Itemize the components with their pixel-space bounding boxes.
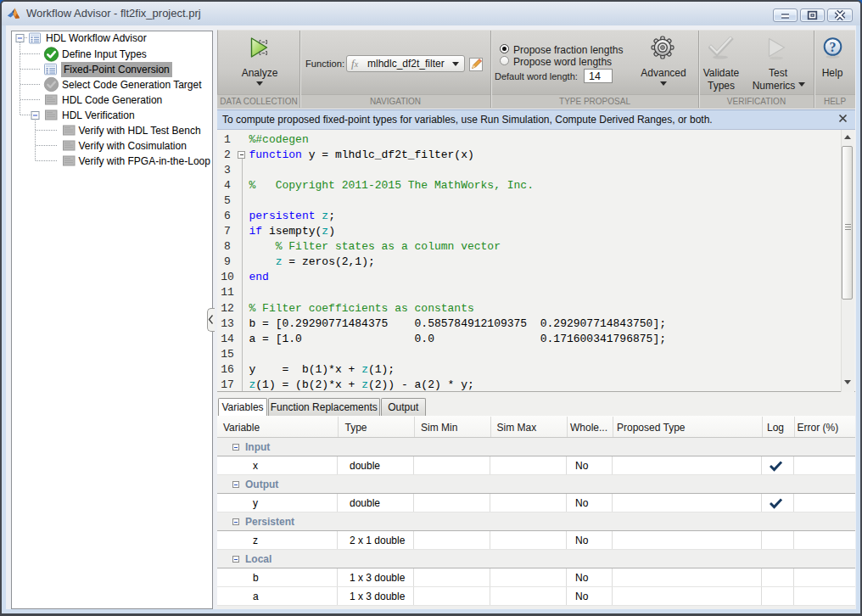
svg-text:?: ? [830,40,837,54]
